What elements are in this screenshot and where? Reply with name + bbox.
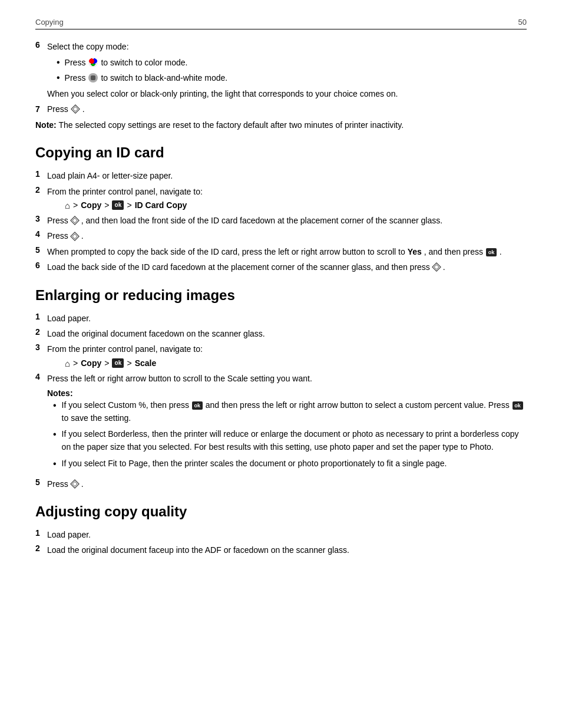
header-title: Copying — [35, 18, 64, 27]
diamond-icon-step3 — [70, 216, 80, 225]
enlarge-step-5-content: Press . — [47, 477, 527, 490]
id-step-6-text1: Load the back side of the ID card facedo… — [47, 261, 430, 274]
step-7-content: Press . — [47, 104, 527, 114]
enlarge-step-3-content: From the printer control panel, navigate… — [47, 342, 527, 370]
adjust-step-2-text: Load the original document faceup into t… — [47, 543, 527, 556]
section-enlarge-heading: Enlarging or reducing images — [35, 287, 527, 304]
id-step-4-period: . — [81, 229, 84, 242]
step-6-text: Select the copy mode: — [47, 42, 129, 51]
start-diamond-icon — [71, 104, 80, 114]
enlarge-step-4: 4 Press the left or right arrow button t… — [35, 372, 527, 475]
note1-text1: If you select Custom %, then press — [62, 400, 189, 410]
enlarge-step-num-4: 4 — [35, 372, 44, 381]
adjust-step-num-2: 2 — [35, 543, 44, 553]
enlarge-notes: If you select Custom %, then press ok an… — [53, 399, 527, 472]
notes-label: Notes: — [47, 388, 527, 398]
enlarge-note-1: If you select Custom %, then press ok an… — [53, 399, 527, 424]
enlarge-note-2-text: If you select Borderless, then the print… — [62, 428, 527, 453]
bullet-color-mode: Press to switch to color mode. — [57, 55, 527, 70]
diamond-icon-enlarge-step5 — [70, 479, 80, 489]
bullet-bw-rest: to switch to black-and-white mode. — [101, 72, 227, 84]
bw-mode-icon — [88, 73, 98, 83]
note-block: Note: The selected copy settings are res… — [35, 118, 527, 131]
enlarge-step-5-rest: . — [81, 477, 84, 490]
nav-gt-1: > — [73, 200, 78, 210]
page-header: Copying 50 — [35, 18, 527, 29]
ok-inline-step5: ok — [486, 248, 497, 256]
id-step-5-text1: When prompted to copy the back side of t… — [47, 247, 405, 256]
step-7: 7 Press . — [35, 104, 527, 114]
section-id-card-heading: Copying an ID card — [35, 144, 527, 161]
diamond-icon-step6 — [432, 262, 441, 272]
nav2-scale-label: Scale — [135, 358, 157, 368]
id-step-6-text2: . — [443, 261, 445, 274]
enlarge-step-5-press: Press — [47, 477, 68, 490]
svg-marker-9 — [72, 482, 77, 486]
svg-marker-7 — [434, 265, 439, 269]
enlarge-note-3-text: If you select Fit to Page, then the prin… — [62, 457, 447, 470]
home-icon: ⌂ — [65, 200, 70, 210]
enlarge-note-2: If you select Borderless, then the print… — [53, 428, 527, 453]
enlarge-step-4-content: Press the left or right arrow button to … — [47, 372, 527, 475]
id-step-3-content: Press , and then load the front side of … — [47, 214, 527, 227]
bullet-press-bw: Press — [65, 72, 86, 84]
enlarge-note-3: If you select Fit to Page, then the prin… — [53, 457, 527, 472]
id-step-5-text3: . — [500, 247, 502, 256]
page: Copying 50 6 Select the copy mode: Press… — [0, 0, 562, 728]
nav-copy-label: Copy — [81, 200, 101, 210]
id-step-2-text: From the printer control panel, navigate… — [47, 185, 527, 198]
svg-marker-8 — [71, 480, 79, 488]
enlarge-step-4-text: Press the left or right arrow button to … — [47, 372, 527, 385]
nav-gt-3: > — [127, 200, 131, 210]
ok-button-nav-scale: ok — [112, 358, 124, 368]
step-7-press: Press — [47, 104, 68, 114]
enlarge-step-3: 3 From the printer control panel, naviga… — [35, 342, 527, 370]
enlarge-step-1: 1 Load paper. — [35, 312, 527, 325]
svg-marker-0 — [71, 105, 80, 113]
svg-marker-2 — [71, 216, 79, 225]
adjust-step-num-1: 1 — [35, 528, 44, 538]
note1-text3: to save the setting. — [62, 413, 131, 423]
nav-path-scale: ⌂ > Copy > ok > Scale — [65, 358, 527, 368]
id-step-num-4: 4 — [35, 229, 44, 239]
id-step-num-3: 3 — [35, 214, 44, 223]
id-step-3-press: Press — [47, 214, 68, 227]
id-step-1: 1 Load plain A4- or letter-size paper. — [35, 169, 527, 182]
step-6-select-mode: 6 Select the copy mode: Press to switch … — [35, 40, 527, 101]
section-adjust-heading: Adjusting copy quality — [35, 503, 527, 520]
step-6-content: Select the copy mode: Press to switch to… — [47, 40, 527, 101]
adjust-step-1-text: Load paper. — [47, 528, 527, 541]
bullet-press-color: Press — [65, 57, 86, 69]
note1-text2: and then press the left or right arrow b… — [206, 400, 510, 410]
enlarge-step-num-1: 1 — [35, 312, 44, 321]
id-step-num-2: 2 — [35, 185, 44, 195]
nav2-gt-2: > — [104, 358, 109, 368]
yes-text: Yes — [408, 247, 422, 256]
note-text: The selected copy settings are reset to … — [58, 120, 404, 130]
id-step-num-5: 5 — [35, 245, 44, 255]
enlarge-note-1-content: If you select Custom %, then press ok an… — [62, 399, 527, 424]
nav-path-id-card: ⌂ > Copy > ok > ID Card Copy — [65, 200, 527, 210]
copy-mode-bullets: Press to switch to color mode. Press to … — [57, 55, 527, 85]
step-number-7: 7 — [35, 104, 44, 114]
home-icon-2: ⌂ — [65, 358, 70, 368]
nav-gt-2: > — [104, 200, 109, 210]
nav2-gt-3: > — [127, 358, 131, 368]
id-step-5-content: When prompted to copy the back side of t… — [47, 245, 527, 258]
bullet-bw-mode: Press to switch to black-and-white mode. — [57, 71, 527, 85]
id-step-2-content: From the printer control panel, navigate… — [47, 185, 527, 213]
id-step-num-1: 1 — [35, 169, 44, 179]
id-step-4-press: Press — [47, 229, 68, 242]
id-step-2: 2 From the printer control panel, naviga… — [35, 185, 527, 213]
enlarge-step-1-text: Load paper. — [47, 312, 527, 325]
enlarge-step-2-text: Load the original document facedown on t… — [47, 327, 527, 340]
enlarge-step-5: 5 Press . — [35, 477, 527, 490]
id-step-4-content: Press . — [47, 229, 527, 242]
id-step-5: 5 When prompted to copy the back side of… — [35, 245, 527, 258]
id-step-3: 3 Press , and then load the front side o… — [35, 214, 527, 227]
id-step-6-content: Load the back side of the ID card facedo… — [47, 261, 527, 274]
id-step-3-rest: , and then load the front side of the ID… — [81, 214, 442, 227]
id-step-5-text2: , and then press — [424, 247, 483, 256]
svg-marker-1 — [73, 107, 78, 111]
enlarge-step-3-text: From the printer control panel, navigate… — [47, 342, 527, 355]
